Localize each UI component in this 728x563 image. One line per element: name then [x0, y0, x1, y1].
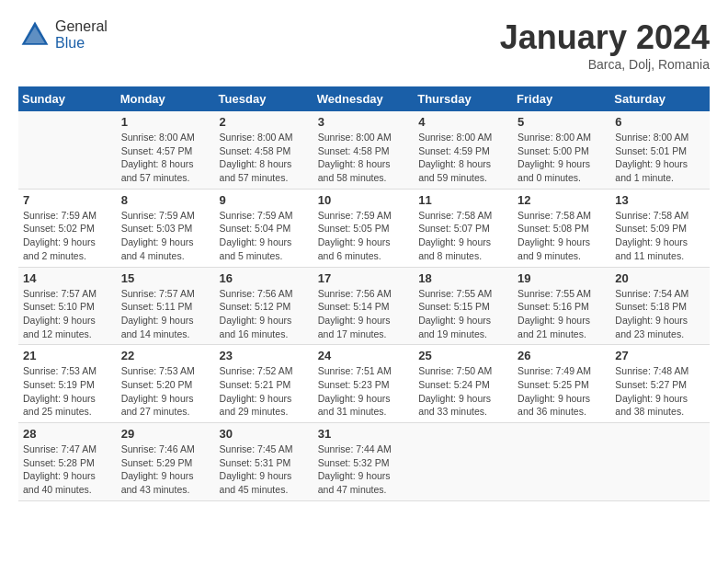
location-text: Barca, Dolj, Romania — [500, 57, 710, 72]
day-info: Sunrise: 8:00 AM Sunset: 4:58 PM Dayligh… — [318, 131, 409, 185]
day-cell: 29Sunrise: 7:46 AM Sunset: 5:29 PM Dayli… — [117, 423, 215, 501]
day-info: Sunrise: 7:58 AM Sunset: 5:08 PM Dayligh… — [518, 209, 606, 263]
month-title: January 2024 — [500, 18, 710, 57]
day-info: Sunrise: 7:59 AM Sunset: 5:04 PM Dayligh… — [220, 209, 309, 263]
day-cell — [414, 423, 513, 501]
header-cell-wednesday: Wednesday — [313, 86, 414, 111]
day-number: 24 — [318, 349, 409, 362]
calendar-header: SundayMondayTuesdayWednesdayThursdayFrid… — [18, 86, 710, 111]
day-number: 9 — [220, 193, 309, 207]
day-number: 29 — [121, 427, 210, 441]
day-info: Sunrise: 7:45 AM Sunset: 5:31 PM Dayligh… — [220, 442, 309, 497]
day-number: 27 — [615, 349, 705, 362]
logo: General Blue — [18, 18, 108, 52]
day-info: Sunrise: 7:47 AM Sunset: 5:28 PM Dayligh… — [23, 442, 112, 497]
week-row-5: 28Sunrise: 7:47 AM Sunset: 5:28 PM Dayli… — [18, 423, 710, 501]
day-info: Sunrise: 7:52 AM Sunset: 5:21 PM Dayligh… — [220, 364, 309, 419]
day-number: 6 — [615, 115, 705, 129]
day-cell: 20Sunrise: 7:54 AM Sunset: 5:18 PM Dayli… — [610, 267, 710, 345]
week-row-1: 1Sunrise: 8:00 AM Sunset: 4:57 PM Daylig… — [18, 111, 710, 189]
day-number: 13 — [615, 193, 705, 207]
day-cell: 11Sunrise: 7:58 AM Sunset: 5:07 PM Dayli… — [414, 189, 513, 267]
day-number: 16 — [220, 271, 309, 285]
day-info: Sunrise: 8:00 AM Sunset: 4:58 PM Dayligh… — [220, 131, 309, 185]
day-cell: 21Sunrise: 7:53 AM Sunset: 5:19 PM Dayli… — [18, 345, 117, 423]
header-cell-monday: Monday — [117, 86, 215, 111]
day-cell: 23Sunrise: 7:52 AM Sunset: 5:21 PM Dayli… — [215, 345, 313, 423]
day-cell: 17Sunrise: 7:56 AM Sunset: 5:14 PM Dayli… — [313, 267, 414, 345]
day-number: 26 — [518, 349, 606, 362]
header-cell-thursday: Thursday — [414, 86, 513, 111]
day-number: 28 — [23, 427, 112, 441]
day-cell: 19Sunrise: 7:55 AM Sunset: 5:16 PM Dayli… — [513, 267, 610, 345]
day-info: Sunrise: 7:50 AM Sunset: 5:24 PM Dayligh… — [418, 364, 508, 419]
day-cell — [18, 111, 117, 189]
day-cell: 7Sunrise: 7:59 AM Sunset: 5:02 PM Daylig… — [18, 189, 117, 267]
day-info: Sunrise: 7:56 AM Sunset: 5:12 PM Dayligh… — [220, 287, 309, 341]
day-number: 1 — [121, 115, 210, 129]
day-cell: 28Sunrise: 7:47 AM Sunset: 5:28 PM Dayli… — [18, 423, 117, 501]
day-number: 7 — [23, 193, 112, 207]
day-info: Sunrise: 7:46 AM Sunset: 5:29 PM Dayligh… — [121, 442, 210, 497]
header-cell-sunday: Sunday — [18, 86, 117, 111]
day-cell: 9Sunrise: 7:59 AM Sunset: 5:04 PM Daylig… — [215, 189, 313, 267]
day-info: Sunrise: 7:53 AM Sunset: 5:20 PM Dayligh… — [121, 364, 210, 419]
day-info: Sunrise: 7:59 AM Sunset: 5:03 PM Dayligh… — [121, 209, 210, 263]
day-cell: 10Sunrise: 7:59 AM Sunset: 5:05 PM Dayli… — [313, 189, 414, 267]
week-row-2: 7Sunrise: 7:59 AM Sunset: 5:02 PM Daylig… — [18, 189, 710, 267]
header-row: SundayMondayTuesdayWednesdayThursdayFrid… — [18, 86, 710, 111]
day-info: Sunrise: 7:55 AM Sunset: 5:15 PM Dayligh… — [418, 287, 508, 341]
day-info: Sunrise: 7:51 AM Sunset: 5:23 PM Dayligh… — [318, 364, 409, 419]
day-cell: 27Sunrise: 7:48 AM Sunset: 5:27 PM Dayli… — [610, 345, 710, 423]
header-cell-friday: Friday — [513, 86, 610, 111]
day-info: Sunrise: 7:53 AM Sunset: 5:19 PM Dayligh… — [23, 364, 112, 419]
day-cell: 26Sunrise: 7:49 AM Sunset: 5:25 PM Dayli… — [513, 345, 610, 423]
day-cell: 5Sunrise: 8:00 AM Sunset: 5:00 PM Daylig… — [513, 111, 610, 189]
day-cell: 31Sunrise: 7:44 AM Sunset: 5:32 PM Dayli… — [313, 423, 414, 501]
day-info: Sunrise: 7:56 AM Sunset: 5:14 PM Dayligh… — [318, 287, 409, 341]
day-number: 20 — [615, 271, 705, 285]
day-number: 23 — [220, 349, 309, 362]
day-info: Sunrise: 7:49 AM Sunset: 5:25 PM Dayligh… — [518, 364, 606, 419]
week-row-4: 21Sunrise: 7:53 AM Sunset: 5:19 PM Dayli… — [18, 345, 710, 423]
day-cell: 22Sunrise: 7:53 AM Sunset: 5:20 PM Dayli… — [117, 345, 215, 423]
day-cell: 16Sunrise: 7:56 AM Sunset: 5:12 PM Dayli… — [215, 267, 313, 345]
header-cell-saturday: Saturday — [610, 86, 710, 111]
day-number: 18 — [418, 271, 508, 285]
day-number: 17 — [318, 271, 409, 285]
day-number: 21 — [23, 349, 112, 362]
day-number: 25 — [418, 349, 508, 362]
day-info: Sunrise: 8:00 AM Sunset: 5:00 PM Dayligh… — [518, 131, 606, 185]
day-cell: 14Sunrise: 7:57 AM Sunset: 5:10 PM Dayli… — [18, 267, 117, 345]
day-number: 19 — [518, 271, 606, 285]
day-number: 5 — [518, 115, 606, 129]
day-number: 12 — [518, 193, 606, 207]
day-cell: 3Sunrise: 8:00 AM Sunset: 4:58 PM Daylig… — [313, 111, 414, 189]
day-cell: 12Sunrise: 7:58 AM Sunset: 5:08 PM Dayli… — [513, 189, 610, 267]
page-header: General Blue January 2024 Barca, Dolj, R… — [18, 18, 710, 72]
day-number: 30 — [220, 427, 309, 441]
header-cell-tuesday: Tuesday — [215, 86, 313, 111]
day-cell: 24Sunrise: 7:51 AM Sunset: 5:23 PM Dayli… — [313, 345, 414, 423]
day-number: 15 — [121, 271, 210, 285]
day-cell: 30Sunrise: 7:45 AM Sunset: 5:31 PM Dayli… — [215, 423, 313, 501]
day-cell: 8Sunrise: 7:59 AM Sunset: 5:03 PM Daylig… — [117, 189, 215, 267]
day-cell: 18Sunrise: 7:55 AM Sunset: 5:15 PM Dayli… — [414, 267, 513, 345]
day-info: Sunrise: 7:59 AM Sunset: 5:05 PM Dayligh… — [318, 209, 409, 263]
logo-general-text: General — [55, 18, 108, 34]
day-cell — [610, 423, 710, 501]
day-number: 4 — [418, 115, 508, 129]
day-info: Sunrise: 7:44 AM Sunset: 5:32 PM Dayligh… — [318, 442, 409, 497]
day-info: Sunrise: 7:57 AM Sunset: 5:11 PM Dayligh… — [121, 287, 210, 341]
day-cell: 4Sunrise: 8:00 AM Sunset: 4:59 PM Daylig… — [414, 111, 513, 189]
day-number: 10 — [318, 193, 409, 207]
day-number: 31 — [318, 427, 409, 441]
day-cell: 25Sunrise: 7:50 AM Sunset: 5:24 PM Dayli… — [414, 345, 513, 423]
day-cell — [513, 423, 610, 501]
logo-icon — [18, 18, 51, 52]
week-row-3: 14Sunrise: 7:57 AM Sunset: 5:10 PM Dayli… — [18, 267, 710, 345]
calendar-body: 1Sunrise: 8:00 AM Sunset: 4:57 PM Daylig… — [18, 111, 710, 500]
day-cell: 1Sunrise: 8:00 AM Sunset: 4:57 PM Daylig… — [117, 111, 215, 189]
day-number: 14 — [23, 271, 112, 285]
day-info: Sunrise: 7:58 AM Sunset: 5:09 PM Dayligh… — [615, 209, 705, 263]
